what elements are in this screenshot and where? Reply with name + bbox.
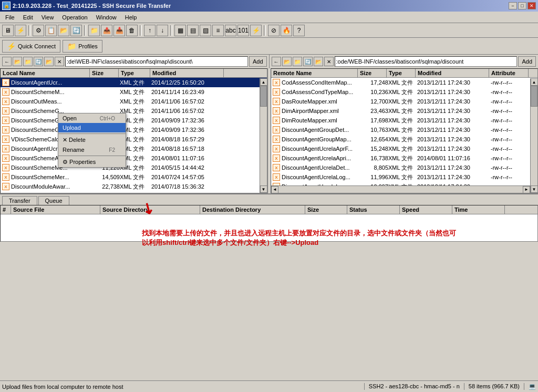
left-go-back-btn[interactable]: ← <box>2 57 12 66</box>
right-col-size[interactable]: Size <box>358 69 387 77</box>
left-file-row[interactable]: X VDiscSchemeCalc... XML 文件 2014/08/18 1… <box>1 135 267 144</box>
left-go-forward-btn[interactable]: 📂 <box>13 57 22 66</box>
menu-window[interactable]: Window <box>92 13 121 22</box>
transfer-col-num[interactable]: # <box>1 205 11 214</box>
transfer-col-speed[interactable]: Speed <box>400 205 452 214</box>
transfer-col-status[interactable]: Status <box>347 205 400 214</box>
menu-file[interactable]: File <box>1 13 19 22</box>
left-col-name[interactable]: Local Name <box>1 69 90 77</box>
ctx-delete[interactable]: ✕ Delete <box>58 135 126 145</box>
disconnect-btn[interactable]: ⚡ <box>15 25 26 36</box>
quick-connect-button[interactable]: ⚡ Quick Connect <box>2 40 60 53</box>
transfer-col-dest-dir[interactable]: Destination Directory <box>200 205 305 214</box>
ctx-upload[interactable]: Upload <box>58 123 126 132</box>
minimize-button[interactable]: − <box>509 2 517 9</box>
right-file-row[interactable]: X DiscountAgentGroupMap... 12,654 XML 文件… <box>271 135 537 144</box>
right-delete-btn[interactable]: ✕ <box>324 57 334 66</box>
right-scroll-up[interactable]: ▲ <box>531 78 538 86</box>
left-col-modified[interactable]: Modified <box>150 69 224 77</box>
left-file-row[interactable]: X DiscountOutMeas... XML 文件 2014/11/06 1… <box>1 97 267 106</box>
right-file-row[interactable]: X DiscountAgentUcrelaAprF... 15,248 XML … <box>271 144 537 153</box>
right-col-modified[interactable]: Modified <box>416 69 489 77</box>
menu-help[interactable]: Help <box>121 13 141 22</box>
left-file-row[interactable]: X DiscountAgentUcr... XML 文件 2014/12/25 … <box>1 78 267 87</box>
left-file-row[interactable]: X DiscountSchemeMer... 14,509 XML 文件 201… <box>1 172 267 182</box>
left-col-size[interactable]: Size <box>90 69 119 77</box>
btn12[interactable]: ▤ <box>187 25 199 36</box>
right-file-row[interactable]: X DimAirportMapper.xml 23,463 XML 文件 201… <box>271 106 537 116</box>
btn2[interactable]: 📋 <box>45 25 57 36</box>
left-file-row[interactable]: X DiscountSchemeG... XML 文件 2014/09/09 1… <box>1 116 267 125</box>
left-file-row[interactable]: X DiscountModuleAwar... 22,738 XML 文件 20… <box>1 182 267 191</box>
transfer-tab[interactable]: Transfer <box>2 196 37 205</box>
right-file-row[interactable]: X DiscountAgentUcrelaApri... 16,738 XML … <box>271 153 537 163</box>
maximize-button[interactable]: □ <box>518 2 526 9</box>
ctx-open[interactable]: Open Ctrl+O <box>58 114 126 123</box>
left-file-row[interactable]: X DiscountSchemeMe... 11,220 XML 文件 2014… <box>1 163 267 172</box>
right-refresh-btn[interactable]: 🔄 <box>303 57 313 66</box>
btn9[interactable]: ↑ <box>144 25 156 36</box>
close-button[interactable]: ✕ <box>527 2 536 9</box>
right-scroll-right[interactable]: ► <box>523 186 530 193</box>
right-path-input[interactable]: :ode/WEB-INF/classes/ibatisconf/sqlmap/d… <box>335 56 518 67</box>
menu-edit[interactable]: Edit <box>19 13 37 22</box>
btn8[interactable]: 🗑 <box>126 25 138 36</box>
right-file-row[interactable]: X CodAssessCondItemMap... 17,248 XML 文件 … <box>271 78 537 87</box>
transfer-col-size[interactable]: Size <box>305 205 347 214</box>
left-file-row[interactable]: X DiscountSchemeApr... 16,385 XML 文件 201… <box>1 153 267 163</box>
left-file-row[interactable]: X DiscountSchemeM... XML 文件 2014/11/14 1… <box>1 87 267 97</box>
btn10[interactable]: ↓ <box>157 25 168 36</box>
right-file-row[interactable]: X DiscountAgentUcrelaDet... 8,805 XML 文件… <box>271 163 537 172</box>
btn18[interactable]: ⊘ <box>268 25 280 36</box>
ctx-properties[interactable]: ⚙ Properties <box>58 157 126 167</box>
ctx-rename[interactable]: Rename F2 <box>58 145 126 154</box>
left-refresh-btn[interactable]: 🔄 <box>34 57 43 66</box>
new-connection-btn[interactable]: 🖥 <box>2 25 14 36</box>
btn4[interactable]: 🔄 <box>70 25 82 36</box>
transfer-col-source-file[interactable]: Source File <box>11 205 100 214</box>
left-file-row[interactable]: X DiscountSchemeG... XML 文件 2014/11/06 1… <box>1 106 267 116</box>
left-col-type[interactable]: Type <box>119 69 150 77</box>
right-file-row[interactable]: X DiscountAgentUcrelaLog... 11,996 XML 文… <box>271 172 537 182</box>
left-file-row[interactable]: X DiscountSchemeG... XML 文件 2014/09/09 1… <box>1 125 267 135</box>
help-btn[interactable]: ? <box>293 25 305 36</box>
left-file-row[interactable]: X DiscountAgentUcr... 16,738 XML 文件 2014… <box>1 144 267 153</box>
left-add-btn[interactable]: Add <box>249 56 267 67</box>
right-file-row[interactable]: X DasRouteMapper.xml 12,700 XML 文件 2013/… <box>271 97 537 106</box>
right-file-row[interactable]: X DiscountAgentGroupDet... 10,763 XML 文件… <box>271 125 537 135</box>
right-go-forward-btn[interactable]: 📂 <box>282 57 292 66</box>
profiles-button[interactable]: 📁 Profiles <box>63 40 102 53</box>
transfer-col-source-dir[interactable]: Source Directory <box>100 205 200 214</box>
right-file-row[interactable]: X CodAssessCondTypeMap... 10,236 XML 文件 … <box>271 87 537 97</box>
left-path-input[interactable]: :de\WEB-INF\classes\ibatisconf\sqlmap\di… <box>65 56 248 67</box>
right-col-attr[interactable]: Attribute <box>489 69 529 77</box>
btn11[interactable]: ▦ <box>174 25 186 36</box>
right-go-back-btn[interactable]: ← <box>272 57 281 66</box>
left-scroll-up[interactable]: ▲ <box>260 78 267 86</box>
left-up-btn[interactable]: 📁 <box>23 57 33 66</box>
right-new-folder-btn[interactable]: 📂 <box>314 57 323 66</box>
transfer-col-time[interactable]: Time <box>452 205 505 214</box>
right-file-row[interactable]: X DimRouteMapper.xml 17,698 XML 文件 2013/… <box>271 116 537 125</box>
btn14[interactable]: ≡ <box>212 25 224 36</box>
btn5[interactable]: 📁 <box>88 25 100 36</box>
right-up-btn[interactable]: 📁 <box>293 57 302 66</box>
btn13[interactable]: ▧ <box>200 25 211 36</box>
right-scroll-down[interactable]: ▼ <box>531 185 538 193</box>
left-scroll-down[interactable]: ▼ <box>260 185 267 193</box>
btn7[interactable]: 📥 <box>113 25 125 36</box>
btn16[interactable]: 101 <box>237 25 249 36</box>
preferences-btn[interactable]: ⚙ <box>33 25 44 36</box>
btn3[interactable]: 📂 <box>58 25 69 36</box>
menu-view[interactable]: View <box>37 13 58 22</box>
right-col-name[interactable]: Remote Name <box>271 69 358 77</box>
btn6[interactable]: 📤 <box>101 25 112 36</box>
right-scroll-left[interactable]: ◄ <box>271 186 278 193</box>
queue-tab[interactable]: Queue <box>38 196 69 205</box>
right-add-btn[interactable]: Add <box>518 56 536 67</box>
left-new-folder-btn[interactable]: 📂 <box>44 57 54 66</box>
left-delete-btn[interactable]: ✕ <box>55 57 64 66</box>
btn15[interactable]: abc <box>225 25 236 36</box>
right-col-type[interactable]: Type <box>387 69 416 77</box>
btn17[interactable]: ⚡ <box>250 25 262 36</box>
